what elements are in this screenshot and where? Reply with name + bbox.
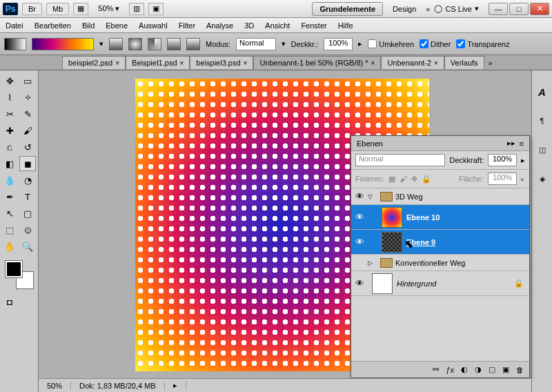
hand-tool[interactable]: ✋ <box>1 239 18 254</box>
close-icon[interactable]: × <box>115 59 119 67</box>
fill-flyout[interactable]: ▸ <box>521 175 525 184</box>
layer-name[interactable]: Konventioneller Weg <box>395 259 529 267</box>
arrange-icon[interactable]: ▥ <box>129 3 144 15</box>
layer-name[interactable]: Ebene 9 <box>406 238 529 246</box>
tabs-overflow[interactable]: » <box>484 59 497 67</box>
gradient-picker[interactable] <box>32 38 94 50</box>
heal-tool[interactable]: ✚ <box>1 123 18 138</box>
wand-tool[interactable]: ✧ <box>19 90 36 105</box>
menu-bild[interactable]: Bild <box>82 21 95 30</box>
menu-ansicht[interactable]: Ansicht <box>265 21 290 30</box>
stamp-tool[interactable]: ⎌ <box>1 139 18 155</box>
layer-fx-icon[interactable]: ƒx <box>446 366 454 374</box>
move-tool[interactable]: ✥ <box>1 73 18 88</box>
lock-transparency-icon[interactable]: ▦ <box>388 175 395 184</box>
transparency-checkbox[interactable]: Transparenz <box>456 39 509 48</box>
close-button[interactable]: ✕ <box>530 3 549 15</box>
navigator-panel-icon[interactable]: ◫ <box>535 142 550 157</box>
layer-blend-select[interactable]: Normal <box>355 154 445 166</box>
delete-layer-icon[interactable]: 🗑 <box>516 366 524 374</box>
foreground-color[interactable] <box>6 261 22 277</box>
layer-name[interactable]: Ebene 10 <box>406 213 529 222</box>
dither-checkbox[interactable]: Dither <box>420 39 451 48</box>
layer-thumbnail[interactable] <box>382 207 402 228</box>
gradient-radial[interactable] <box>128 38 142 50</box>
bridge-button[interactable]: Br <box>22 3 42 15</box>
gradient-tool[interactable]: ◼ <box>19 156 36 171</box>
layer-opacity-input[interactable]: 100% <box>488 154 517 166</box>
lock-pixels-icon[interactable]: 🖌 <box>400 175 407 183</box>
lock-position-icon[interactable]: ✥ <box>411 175 417 184</box>
maximize-button[interactable]: □ <box>509 3 529 15</box>
opacity-arrow[interactable]: ▸ <box>358 39 362 48</box>
layer-name[interactable]: 3D Weg <box>395 193 529 201</box>
3d-tool[interactable]: ⬚ <box>1 222 18 237</box>
layers-panel-icon[interactable]: ◈ <box>535 171 550 186</box>
visibility-icon[interactable]: 👁 <box>351 237 368 247</box>
layer-row-selected[interactable]: 👁 Ebene 10 <box>351 205 529 230</box>
visibility-icon[interactable]: 👁 <box>351 212 368 222</box>
eraser-tool[interactable]: ◧ <box>1 156 18 171</box>
tool-preset[interactable] <box>4 38 26 50</box>
eyedropper-tool[interactable]: ✎ <box>19 106 36 121</box>
adjustment-layer-icon[interactable]: ◑ <box>475 365 482 374</box>
zoom-tool[interactable]: 🔍 <box>19 239 36 254</box>
layer-name[interactable]: Hintergrund <box>397 280 514 288</box>
layer-row-selected[interactable]: 👁 Ebene 9 <box>351 230 529 255</box>
gradient-reflected[interactable] <box>167 38 181 50</box>
marquee-tool[interactable]: ▭ <box>19 73 36 88</box>
dodge-tool[interactable]: ◔ <box>19 173 36 188</box>
workspace-grundelemente[interactable]: Grundelemente <box>312 2 383 16</box>
visibility-icon[interactable]: 👁 <box>351 191 368 202</box>
layer-group[interactable]: 👁 ▽ 3D Weg <box>351 188 529 205</box>
close-icon[interactable]: × <box>371 59 375 67</box>
close-icon[interactable]: × <box>244 59 248 67</box>
doc-tab[interactable]: Unbenannt-2× <box>381 56 444 69</box>
menu-auswahl[interactable]: Auswahl <box>139 21 168 30</box>
type-tool[interactable]: T <box>19 189 36 204</box>
new-layer-icon[interactable]: ▣ <box>502 365 509 374</box>
group-toggle-icon[interactable]: ▷ <box>368 259 377 266</box>
screenmode-icon[interactable]: ▣ <box>148 3 164 15</box>
menu-bearbeiten[interactable]: Bearbeiten <box>34 21 71 30</box>
menu-analyse[interactable]: Analyse <box>206 21 233 30</box>
doc-tab[interactable]: beispiel3.psd× <box>190 56 253 69</box>
paragraph-panel-icon[interactable]: ¶ <box>535 113 550 128</box>
layer-mask-icon[interactable]: ◐ <box>461 365 468 374</box>
panel-title[interactable]: Ebenen <box>357 139 383 148</box>
minimize-button[interactable]: — <box>489 3 508 15</box>
pen-tool[interactable]: ✒ <box>1 189 18 204</box>
camera-tool[interactable]: ⊙ <box>19 222 36 237</box>
lock-all-icon[interactable]: 🔒 <box>422 175 431 184</box>
status-zoom[interactable]: 50% <box>39 382 71 390</box>
panel-collapse-icon[interactable]: ▸▸ <box>507 139 515 148</box>
menu-datei[interactable]: Datei <box>6 21 23 30</box>
status-doc-size[interactable]: Dok: 1,83 MB/20,4 MB <box>71 382 165 390</box>
visibility-icon[interactable]: 👁 <box>351 278 368 288</box>
opacity-input[interactable]: 100% <box>324 38 353 50</box>
close-icon[interactable]: × <box>180 59 184 67</box>
group-toggle-icon[interactable]: ▽ <box>368 193 377 200</box>
menu-3d[interactable]: 3D <box>244 21 254 30</box>
workspace-design[interactable]: Design <box>387 3 422 15</box>
quickmask-button[interactable]: ◘ <box>1 294 18 309</box>
close-icon[interactable]: × <box>434 59 438 67</box>
menu-hilfe[interactable]: Hilfe <box>338 21 353 30</box>
doc-tab-active[interactable]: Unbenannt-1 bei 50% (RGB/8) *× <box>253 56 381 69</box>
gradient-diamond[interactable] <box>186 38 200 50</box>
menu-ebene[interactable]: Ebene <box>106 21 128 30</box>
panel-menu-icon[interactable]: ≡ <box>520 139 524 148</box>
doc-tab[interactable]: Beispiel1.psd× <box>126 56 190 69</box>
opacity-flyout[interactable]: ▸ <box>521 156 525 165</box>
menu-filter[interactable]: Filter <box>179 21 195 30</box>
blend-mode-select[interactable]: Normal <box>236 38 275 50</box>
menu-fenster[interactable]: Fenster <box>301 21 326 30</box>
layer-thumbnail[interactable] <box>382 232 402 253</box>
brush-tool[interactable]: 🖌 <box>19 123 36 138</box>
group-icon[interactable]: ▢ <box>489 365 495 374</box>
history-tool[interactable]: ↺ <box>19 139 36 155</box>
minibridge-button[interactable]: Mb <box>46 3 69 15</box>
workspace-more[interactable]: » <box>426 5 430 13</box>
lasso-tool[interactable]: ⌇ <box>1 90 18 105</box>
doc-tab[interactable]: Verlaufs <box>444 56 484 69</box>
